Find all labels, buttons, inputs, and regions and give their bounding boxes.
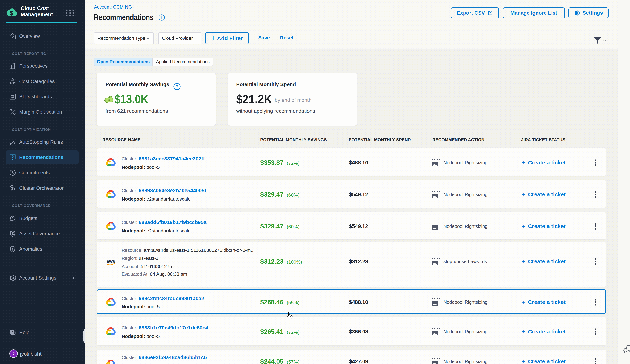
svg-text:?: ?: [176, 84, 178, 89]
svg-text:$: $: [108, 99, 110, 101]
svg-text:?: ?: [11, 330, 13, 333]
svg-text:aws: aws: [107, 259, 115, 264]
svg-text:$: $: [10, 9, 13, 16]
